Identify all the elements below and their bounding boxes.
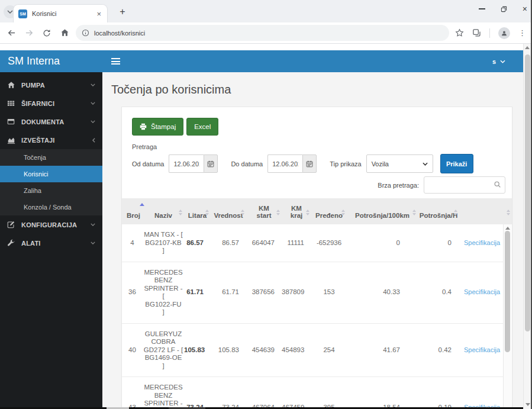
address-bar[interactable]: localhost/korisnici (76, 25, 449, 41)
quick-search-row: Brza pretraga: (122, 176, 512, 194)
cell-potrosnja-100km: 0 (347, 239, 418, 247)
chevron-down-icon (91, 83, 95, 86)
calendar-icon (306, 160, 313, 168)
page-scrollbar-thumb[interactable] (525, 54, 530, 331)
column-header-potrosnja-h[interactable]: Potrošnja/H (418, 198, 459, 224)
window-icon (7, 117, 16, 126)
filter-row: Od datuma Do datuma Tip prikaza Vozil (132, 154, 512, 173)
sort-icons (241, 210, 244, 215)
excel-button[interactable]: Excel (186, 118, 218, 136)
table-scrollbar-thumb[interactable] (505, 231, 510, 352)
table-row: 40 GULERYUZ COBRA GD272 LF - [ BG1469-OE… (122, 324, 504, 378)
home-icon (7, 80, 16, 89)
print-button[interactable]: Štampaj (132, 118, 183, 136)
scroll-up-arrow[interactable] (525, 46, 530, 49)
home-button[interactable] (58, 27, 71, 40)
from-calendar-button[interactable] (204, 154, 218, 173)
display-type-select[interactable]: Vozila (366, 154, 433, 173)
cell-naziv: MERCEDES BENZ SPRINTER - [ BG1877-XN ] (143, 384, 184, 409)
tab-title: Korisnici (32, 10, 95, 17)
cell-litara: 105.83 (184, 346, 211, 355)
tab-close-icon[interactable]: × (95, 10, 102, 18)
browser-tab[interactable]: SM Korisnici × (13, 4, 108, 22)
edit-icon (7, 220, 16, 229)
restore-button[interactable] (501, 6, 507, 12)
grid-icon (7, 99, 16, 108)
scroll-down-arrow[interactable] (525, 403, 530, 406)
page-scrollbar[interactable] (523, 44, 531, 409)
to-calendar-button[interactable] (302, 154, 317, 173)
tab-groups-icon[interactable] (472, 28, 481, 37)
from-date-input[interactable] (169, 154, 204, 173)
wrench-icon (7, 239, 16, 247)
sidebar-item-tocenja[interactable]: Točenja (0, 149, 102, 166)
chevron-down-icon (91, 102, 95, 105)
chevron-down-icon (91, 120, 95, 123)
forward-button[interactable] (22, 27, 36, 40)
favicon: SM (18, 9, 27, 18)
column-header-potrosnja-100km[interactable]: Potrošnja/100km (347, 198, 418, 224)
sidebar-item-sifarnici[interactable]: ŠIFARNICI (0, 94, 102, 112)
chevron-left-icon (92, 138, 95, 143)
sidebar-toggle-icon[interactable] (111, 58, 120, 65)
toolbar-divider (489, 28, 490, 38)
page-title: Točenja po korisnicima (111, 83, 231, 96)
chevron-down-icon (423, 162, 428, 166)
scroll-up-arrow[interactable] (505, 227, 510, 230)
browser-menu-icon[interactable]: ⋮ (518, 28, 526, 37)
url-text: localhost/korisnici (94, 30, 145, 37)
cell-broj: 4 (122, 239, 143, 247)
column-header-km-start[interactable]: KM start (246, 198, 282, 224)
column-header-broj[interactable]: Broj (122, 198, 143, 224)
column-header-predjeno[interactable]: Pređeno (311, 198, 347, 224)
sidebar-item-zaliha[interactable]: Zaliha (0, 182, 102, 199)
cell-naziv: GULERYUZ COBRA GD272 LF - [ BG1469-OE ] (143, 330, 184, 371)
window-close-button[interactable]: × (523, 5, 527, 13)
back-button[interactable] (5, 27, 18, 40)
sidebar-item-konfiguracija[interactable]: KONFIGURACIJA (0, 215, 102, 234)
profile-avatar[interactable] (498, 27, 510, 39)
sort-icons (412, 210, 416, 215)
new-tab-button[interactable]: + (116, 5, 129, 18)
site-info-icon[interactable] (82, 29, 89, 37)
cell-naziv: MAN TGX - [ BG2107-KB ] (143, 231, 184, 255)
cell-potrosnja-100km: 40.33 (347, 288, 418, 297)
table-body: 4 MAN TGX - [ BG2107-KB ] 86.57 86.57 66… (122, 224, 504, 409)
cell-naziv: MERCEDES BENZ SPRINTER - [ BG1022-FU ] (143, 269, 184, 317)
specifikacija-link[interactable]: Specifikacija (464, 288, 500, 295)
sidebar-nav: PUMPA ŠIFARNICI DOKUMENTA IZVEŠTAJI Toče… (0, 72, 102, 407)
user-menu[interactable]: s (492, 50, 505, 72)
column-header-litara[interactable]: Litara (184, 198, 211, 224)
cell-predjeno: 254 (311, 346, 347, 355)
table-header: Broj Naziv Litara Vrednost KM start KM k… (122, 198, 512, 224)
table-row: 4 MAN TGX - [ BG2107-KB ] 86.57 86.57 66… (122, 224, 504, 262)
sidebar-item-pumpa[interactable]: PUMPA (0, 76, 102, 94)
cell-litara: 86.57 (184, 239, 211, 247)
show-button[interactable]: Prikaži (440, 154, 473, 173)
sidebar-item-dokumenta[interactable]: DOKUMENTA (0, 112, 102, 131)
column-header-actions[interactable] (459, 198, 512, 224)
specifikacija-link[interactable]: Specifikacija (464, 239, 500, 246)
printer-icon (140, 123, 147, 130)
column-header-naziv[interactable]: Naziv (143, 198, 184, 224)
chevron-down-icon (500, 60, 505, 63)
sidebar-item-korisnici[interactable]: Korisnici (0, 166, 102, 182)
cell-km-kraj: 454893 (282, 346, 311, 355)
sidebar-item-izvestaji[interactable]: IZVEŠTAJI (0, 131, 102, 149)
browser-toolbar: localhost/korisnici ⋮ (0, 22, 532, 44)
to-date-input[interactable] (267, 154, 302, 173)
column-header-vrednost[interactable]: Vrednost (211, 198, 246, 224)
report-card: Štampaj Excel Pretraga Od datuma Do datu… (121, 107, 512, 409)
specifikacija-link[interactable]: Specifikacija (464, 346, 500, 353)
table-scrollbar[interactable] (503, 224, 511, 407)
cell-broj: 36 (122, 288, 143, 297)
browser-window: SM Korisnici × + × localhost/korisnici ⋮ (0, 0, 532, 409)
sidebar-item-konzola-sonda[interactable]: Konzola / Sonda (0, 199, 102, 215)
column-header-km-kraj[interactable]: KM kraj (282, 198, 311, 224)
sidebar-item-alati[interactable]: ALATI (0, 234, 102, 252)
minimize-button[interactable] (479, 8, 485, 9)
reload-button[interactable] (40, 27, 53, 40)
bookmark-star-icon[interactable] (455, 28, 464, 37)
from-date-label: Od datuma (132, 160, 164, 168)
to-date-label: Do datuma (231, 160, 263, 168)
